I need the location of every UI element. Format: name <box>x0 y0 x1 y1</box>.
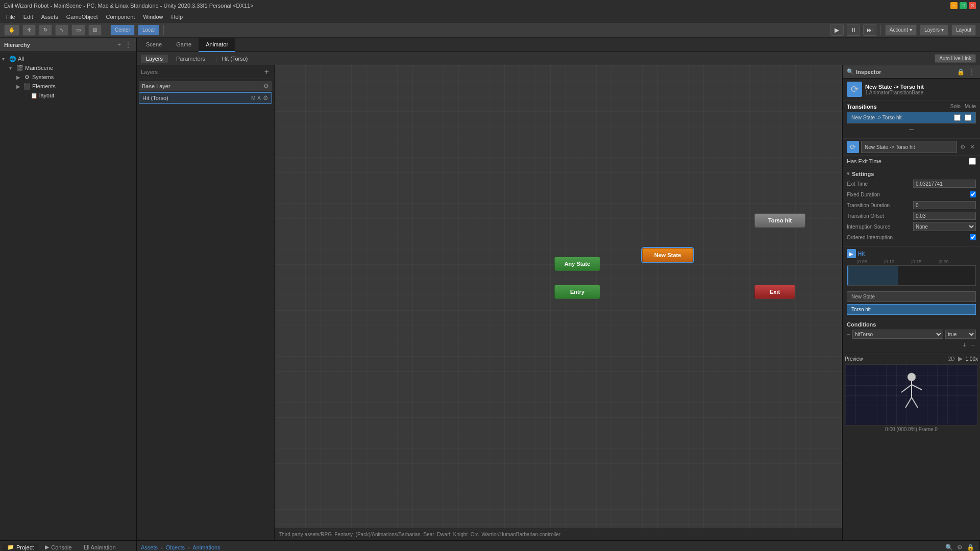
transition-settings-btn[interactable]: ⚙ <box>959 143 967 151</box>
asset-lock-btn[interactable]: 🔒 <box>966 544 975 551</box>
hit-torso-settings-icon[interactable]: ⚙ <box>263 94 268 102</box>
hit-torso-m-label: M <box>251 95 255 101</box>
tab-animation[interactable]: 🎞 Animation <box>78 543 121 552</box>
menu-file[interactable]: File <box>2 13 19 21</box>
preview-section: Preview 2D ▶ 1.00x <box>843 353 980 434</box>
preview-play-btn[interactable]: ▶ <box>957 355 964 362</box>
hit-torso-layer-item[interactable]: Hit (Torso) M A ⚙ <box>139 92 272 104</box>
hierarchy-elements-item[interactable]: ▶ ⬛ Elements <box>0 82 136 91</box>
torso-hit-box[interactable]: Torso hit <box>847 304 976 315</box>
new-state-box[interactable]: New State <box>847 291 976 302</box>
tab-console[interactable]: ▶ Console <box>40 543 77 551</box>
pivot-button[interactable]: Center <box>110 24 135 36</box>
preview-label: Preview <box>845 356 863 362</box>
account-button[interactable]: Account ▾ <box>885 24 917 36</box>
transition-x-btn[interactable]: ✕ <box>969 143 976 151</box>
systems-icon: ⚙ <box>23 73 31 81</box>
menu-window[interactable]: Window <box>139 13 167 21</box>
settings-toggle[interactable]: ▾ Settings <box>847 170 976 177</box>
preview-canvas <box>845 364 978 425</box>
entry-node[interactable]: Entry <box>554 285 600 299</box>
layout-button[interactable]: Layout <box>951 24 976 36</box>
condition-remove-all-btn[interactable]: − <box>970 341 976 349</box>
interruption-source-select[interactable]: None Source State Destination State Sour… <box>913 222 976 231</box>
torso-hit-node[interactable]: Torso hit <box>754 213 805 228</box>
step-button[interactable]: ⏭ <box>863 24 876 36</box>
menu-edit[interactable]: Edit <box>19 13 37 21</box>
hierarchy-menu-btn[interactable]: ⋮ <box>124 41 132 48</box>
minimize-button[interactable]: − <box>950 2 958 9</box>
tab-game[interactable]: Game <box>169 38 199 52</box>
timeline-playhead[interactable] <box>847 266 848 285</box>
transition-minus-btn[interactable]: − <box>847 124 976 135</box>
inspector-lock-btn[interactable]: 🔒 <box>956 68 966 76</box>
tab-scene[interactable]: Scene <box>139 38 169 52</box>
condition-param-select[interactable]: hitTorso <box>852 330 943 339</box>
ordered-interruption-check[interactable] <box>970 234 976 240</box>
inspector-menu-btn[interactable]: ⋮ <box>968 68 976 76</box>
has-exit-time-check[interactable] <box>969 158 976 165</box>
layers-add-btn[interactable]: + <box>263 67 270 77</box>
hierarchy-systems-item[interactable]: ▶ ⚙ Systems <box>0 72 136 82</box>
tab-animator[interactable]: Animator <box>199 38 235 52</box>
rect-tool[interactable]: ▭ <box>71 24 85 36</box>
project-tab-icon: 📁 <box>7 544 14 550</box>
rotate-tool[interactable]: ↻ <box>39 24 52 36</box>
any-state-node[interactable]: Any State <box>554 257 600 271</box>
timeline-hit-label: Hit <box>858 251 865 257</box>
space-button[interactable]: Local <box>138 24 159 36</box>
transitions-solo-mute: Solo Mute <box>950 104 976 110</box>
move-tool[interactable]: ✛ <box>22 24 36 36</box>
asset-search-btn[interactable]: 🔍 <box>944 544 954 551</box>
tab-project[interactable]: 📁 Project <box>2 543 39 551</box>
breadcrumb-objects[interactable]: Objects <box>166 544 185 550</box>
exit-time-input[interactable] <box>913 180 976 188</box>
play-button[interactable]: ▶ <box>830 24 844 36</box>
animator-tab-parameters[interactable]: Parameters <box>171 55 210 63</box>
hand-tool[interactable]: ✋ <box>4 24 19 36</box>
close-button[interactable]: ✕ <box>969 2 976 9</box>
layers-button[interactable]: Layers ▾ <box>920 24 948 36</box>
base-layer-settings-icon[interactable]: ⚙ <box>263 83 269 90</box>
menu-assets[interactable]: Assets <box>37 13 62 21</box>
exit-node[interactable]: Exit <box>754 285 795 299</box>
inspector-icon: 🔍 <box>847 68 854 75</box>
hierarchy-layout-item[interactable]: ▶ 📋 layout <box>0 91 136 100</box>
animator-canvas[interactable]: Any State Entry New State Torso hit Exit… <box>275 65 842 540</box>
transition-duration-input[interactable] <box>913 201 976 209</box>
breadcrumb-animations[interactable]: Animations <box>192 544 220 550</box>
maximize-button[interactable]: □ <box>960 2 967 9</box>
timeline-play-btn[interactable]: ▶ <box>847 249 856 258</box>
transition-offset-input[interactable] <box>913 212 976 220</box>
hierarchy-add-btn[interactable]: + <box>116 41 122 48</box>
exit-time-label: Exit Time <box>847 181 913 187</box>
svg-line-11 <box>905 397 912 408</box>
transform-tool[interactable]: ⊞ <box>88 24 102 36</box>
ordered-interruption-row: Ordered Interruption <box>847 233 976 242</box>
menu-gameobject[interactable]: GameObject <box>62 13 102 21</box>
transition-item[interactable]: New State -> Torso hit <box>847 112 976 123</box>
transition-solo-check[interactable] <box>954 114 961 121</box>
tab-bar: Scene Game Animator <box>137 38 980 52</box>
space-label: Local <box>142 27 155 33</box>
pause-button[interactable]: ⏸ <box>847 24 860 36</box>
condition-add-btn[interactable]: + <box>962 341 968 349</box>
new-state-node[interactable]: New State <box>642 248 693 262</box>
condition-remove-btn[interactable]: − <box>847 331 850 338</box>
settings-label: Settings <box>852 171 874 177</box>
asset-settings-btn[interactable]: ⚙ <box>956 544 964 551</box>
timeline-track[interactable] <box>847 265 976 286</box>
animator-tab-layers[interactable]: Layers <box>141 55 168 63</box>
scale-tool[interactable]: ⤡ <box>55 24 68 36</box>
auto-live-link-btn[interactable]: Auto Live Link <box>935 54 976 63</box>
menu-help[interactable]: Help <box>167 13 187 21</box>
breadcrumb-assets[interactable]: Assets <box>141 544 158 550</box>
base-layer-item[interactable]: Base Layer ⚙ <box>139 81 272 91</box>
hierarchy-mainscene-item[interactable]: ▾ 🎬 MainScene <box>0 63 136 72</box>
fixed-duration-check[interactable] <box>970 191 976 197</box>
torso-hit-box-label: Torso hit <box>851 307 871 312</box>
condition-op-select[interactable]: true false <box>945 330 976 339</box>
menu-component[interactable]: Component <box>102 13 139 21</box>
hierarchy-all-item[interactable]: ▾ 🌐 All <box>0 54 136 63</box>
transition-mute-check[interactable] <box>965 114 971 121</box>
